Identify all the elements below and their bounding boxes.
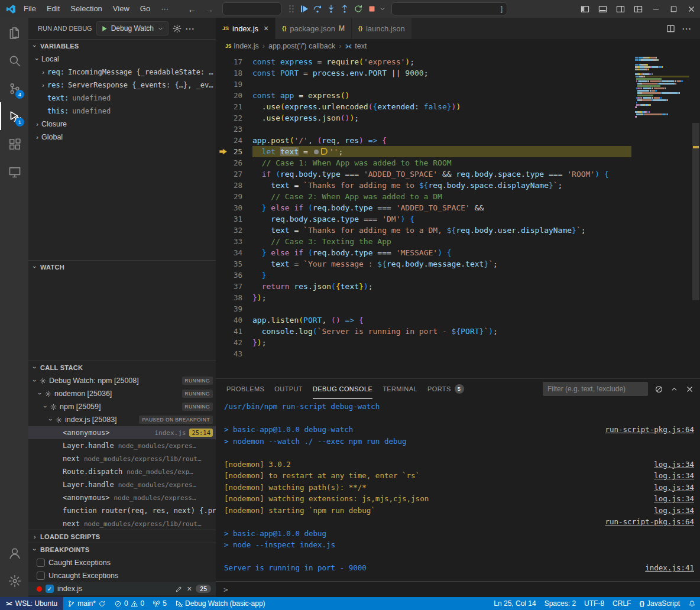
grip-icon[interactable]	[287, 4, 296, 14]
gutter[interactable]: 27	[216, 168, 252, 180]
gutter[interactable]: 21	[216, 101, 252, 112]
source-link[interactable]: log.js:34	[647, 459, 694, 471]
stack-frame-row[interactable]: function router(req, res, next) {.pr…	[28, 504, 216, 517]
menu-item-edit[interactable]: Edit	[41, 0, 65, 18]
gutter[interactable]: 23	[216, 124, 252, 135]
editor-tab-package-json[interactable]: {}package.jsonM	[276, 18, 352, 39]
stop-button[interactable]	[365, 2, 378, 15]
menu-item-selection[interactable]: Selection	[65, 0, 107, 18]
editor-scrollbar[interactable]	[692, 53, 700, 378]
split-editor-icon[interactable]	[666, 24, 675, 33]
code-line[interactable]: 36 }	[216, 270, 631, 281]
callstack-session-row[interactable]: ›npm [25059]RUNNING	[28, 400, 216, 413]
gutter[interactable]: 36	[216, 270, 252, 281]
command-center-title[interactable]: ]	[391, 2, 507, 15]
activity-bar-item-run-and-debug[interactable]: 1	[0, 102, 28, 130]
step-over-button[interactable]	[311, 2, 324, 15]
code-line[interactable]: 43	[216, 348, 631, 359]
variable-row[interactable]: ›Closure	[28, 118, 216, 131]
breakpoint-checkbox[interactable]: ✓	[46, 585, 54, 593]
code-line[interactable]: 28 text = `Thanks for adding me to ${req…	[216, 180, 631, 191]
variable-row[interactable]: text:undefined	[28, 92, 216, 105]
code-line[interactable]: 33 // Case 3: Texting the App	[216, 236, 631, 247]
code-line[interactable]: 17const express = require('express');	[216, 56, 631, 67]
code-line[interactable]: 39	[216, 303, 631, 314]
breakpoint-row[interactable]: Caught Exceptions	[28, 556, 216, 569]
gutter[interactable]: 24	[216, 135, 252, 146]
breakpoint-checkbox[interactable]	[37, 559, 45, 567]
restart-button[interactable]	[352, 2, 365, 15]
callstack-session-row[interactable]: ›Debug Watch: npm [25008]RUNNING	[28, 374, 216, 387]
breakpoint-checkbox[interactable]	[37, 572, 45, 580]
code-line[interactable]: 41 console.log(`Server is running in por…	[216, 326, 631, 337]
gutter[interactable]: 30	[216, 202, 252, 213]
callstack-session-row[interactable]: ›nodemon [25036]RUNNING	[28, 387, 216, 400]
gear-icon[interactable]	[173, 24, 182, 33]
activity-bar-item-extensions[interactable]	[0, 130, 28, 158]
code-line[interactable]: 34 } else if (req.body.type === 'MESSAGE…	[216, 247, 631, 258]
breakpoints-section-header[interactable]: › BREAKPOINTS	[28, 543, 216, 556]
menu-item-go[interactable]: Go	[135, 0, 155, 18]
code-line[interactable]: 35 text = `Your message : ${req.body.mes…	[216, 258, 631, 270]
breadcrumb-item[interactable]: text	[345, 42, 367, 50]
debug-session-status[interactable]: Debug Watch (basic-app)	[171, 597, 270, 610]
code-line[interactable]: 19	[216, 79, 631, 90]
layout-customize-icon[interactable]	[629, 0, 647, 18]
status-item-javascript[interactable]: {}JavaScript	[635, 597, 684, 610]
command-center-search[interactable]	[222, 2, 281, 15]
code-line[interactable]: 31 req.body.space.type === 'DM') {	[216, 213, 631, 225]
variable-row[interactable]: this:undefined	[28, 105, 216, 118]
variable-row[interactable]: ›req:IncomingMessage {_readableState: …	[28, 66, 216, 79]
source-link[interactable]: log.js:34	[647, 493, 694, 505]
gutter[interactable]: 37	[216, 281, 252, 292]
pencil-icon[interactable]	[175, 585, 183, 593]
panel-tab-ports[interactable]: PORTS5	[427, 379, 464, 399]
panel-tab-debug-console[interactable]: DEBUG CONSOLE	[313, 379, 372, 399]
history-back-icon[interactable]: ←	[183, 4, 200, 14]
editor-tab-index-js[interactable]: JSindex.js×	[216, 18, 276, 39]
callstack-session-row[interactable]: ›index.js [25083]PAUSED ON BREAKPOINT	[28, 413, 216, 426]
gutter[interactable]: 39	[216, 303, 252, 314]
close-icon[interactable]	[682, 0, 700, 18]
status-item-crlf[interactable]: CRLF	[608, 597, 635, 610]
debug-console-input[interactable]: >	[216, 581, 700, 597]
gutter[interactable]: 28	[216, 180, 252, 191]
layout-sidebar-right-icon[interactable]	[611, 0, 629, 18]
panel-tab-output[interactable]: OUTPUT	[274, 379, 303, 399]
loaded-scripts-section-header[interactable]: › LOADED SCRIPTS	[28, 530, 216, 543]
editor-tab-launch-json[interactable]: {}launch.json	[352, 18, 412, 39]
gutter[interactable]: 31	[216, 213, 252, 225]
stack-frame-row[interactable]: Route.dispatchnode_modules/exp…	[28, 465, 216, 478]
code-line[interactable]: 21 .use(express.urlencoded({extended: fa…	[216, 101, 631, 112]
scrollbar-thumb[interactable]	[692, 123, 699, 300]
gutter[interactable]: 34	[216, 247, 252, 258]
gutter[interactable]: 32	[216, 225, 252, 236]
debug-config-dropdown[interactable]: Debug Watch	[96, 21, 168, 35]
variable-row[interactable]: ›res:ServerResponse {_events: {…}, _ev…	[28, 79, 216, 92]
code-line[interactable]: 30 } else if (req.body.type === 'ADDED_T…	[216, 202, 631, 213]
clear-console-icon[interactable]	[654, 385, 663, 394]
variable-row[interactable]: ›Local	[28, 53, 216, 66]
status-item-ln-25-col-14[interactable]: Ln 25, Col 14	[490, 597, 540, 610]
variable-row[interactable]: ›Global	[28, 131, 216, 144]
gutter[interactable]: 18	[216, 67, 252, 79]
gutter[interactable]: 20	[216, 90, 252, 101]
gutter[interactable]: 35	[216, 258, 252, 270]
menu-item-view[interactable]: View	[108, 0, 135, 18]
history-forward-icon[interactable]: →	[200, 4, 218, 14]
source-link[interactable]: index.js:41	[638, 562, 694, 574]
gutter[interactable]: 41	[216, 326, 252, 337]
gutter[interactable]: 26	[216, 157, 252, 168]
menu-item-file[interactable]: File	[18, 0, 41, 18]
code-line[interactable]: 20const app = express()	[216, 90, 631, 101]
start-debugging-icon[interactable]	[101, 25, 108, 33]
gutter[interactable]: 33	[216, 236, 252, 247]
gutter[interactable]: 22	[216, 112, 252, 124]
code-line[interactable]: 18const PORT = process.env.PORT || 9000;	[216, 67, 631, 79]
git-branch-status[interactable]: main*	[63, 597, 110, 610]
stack-frame-row[interactable]: nextnode_modules/express/lib/rout…	[28, 452, 216, 465]
gutter[interactable]: 17	[216, 56, 252, 67]
source-link[interactable]: log.js:34	[647, 482, 694, 494]
close-icon[interactable]: ×	[187, 585, 192, 593]
gutter[interactable]: 42	[216, 337, 252, 348]
